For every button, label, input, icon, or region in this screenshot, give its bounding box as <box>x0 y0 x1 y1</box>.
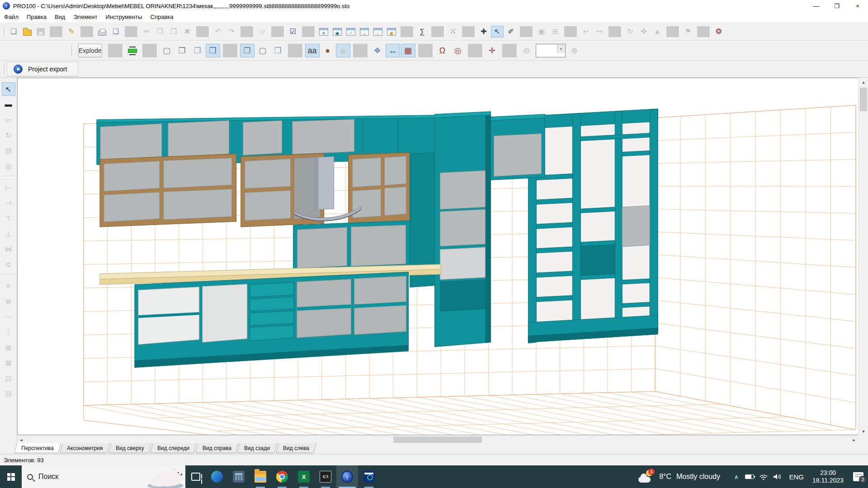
battery-icon[interactable] <box>745 474 754 479</box>
horizontal-scrollbar[interactable]: ◂ ▸ <box>17 435 858 443</box>
wifi-icon[interactable] <box>759 473 768 480</box>
wardrobe-unit[interactable] <box>528 109 658 343</box>
taskbar-planner[interactable] <box>358 465 380 488</box>
panel-preview-toggle[interactable]: ◉ <box>331 26 344 38</box>
project-export-button[interactable]: Project export <box>7 62 78 76</box>
scroll-up-button[interactable]: ▴ <box>859 78 868 86</box>
move-tool-button[interactable]: ✚ <box>477 26 490 38</box>
report-button[interactable]: ✎ <box>65 26 78 38</box>
menu-help[interactable]: Справка <box>146 12 178 22</box>
project-properties-button[interactable]: ☑ <box>287 26 299 38</box>
taskbar-cmd[interactable] <box>315 465 336 488</box>
scroll-down-button[interactable]: ▾ <box>859 427 868 435</box>
toolbar-grip[interactable] <box>3 64 4 75</box>
view-tab-front[interactable]: Вид спереди <box>150 443 197 453</box>
upper-corner-cabinet[interactable] <box>490 114 545 180</box>
panel-structure-toggle[interactable]: ≡ <box>317 26 330 38</box>
show-grid-button[interactable]: ▦ <box>401 44 415 57</box>
taskbar-chrome[interactable] <box>271 465 293 488</box>
taskbar-explorer[interactable] <box>250 465 271 488</box>
view-colors-button[interactable]: ❒ <box>190 44 205 57</box>
base-cabinets[interactable] <box>135 272 409 367</box>
view-wireframe-button[interactable]: ▢ <box>160 44 174 57</box>
view-tab-left[interactable]: Вид слева <box>276 443 316 453</box>
close-button[interactable]: × <box>847 0 868 12</box>
scroll-right-button[interactable]: ▸ <box>850 436 858 444</box>
help-wheel-button[interactable]: ❂ <box>712 26 725 38</box>
panel-elements-toggle[interactable]: ⁘ <box>344 26 357 38</box>
toolbar-grip[interactable] <box>71 45 72 56</box>
clock[interactable]: 23:00 18.11.2023 <box>812 469 844 484</box>
weather-icon[interactable]: 1 <box>638 469 654 484</box>
board-tool[interactable]: ▬ <box>2 98 15 111</box>
draw-tool-button[interactable]: ✐ <box>505 26 517 38</box>
show-labels-button[interactable]: ❖ <box>370 44 385 57</box>
view-tab-perspective[interactable]: Перспектива <box>14 443 61 453</box>
view-tab-top[interactable]: Вид сверху <box>108 443 151 453</box>
toolbar-grip[interactable] <box>3 26 4 37</box>
snap-center-button[interactable]: ◎ <box>451 44 465 57</box>
start-button[interactable] <box>0 465 22 488</box>
menu-edit[interactable]: Правка <box>23 12 51 22</box>
new-file-button[interactable]: ❏ <box>7 26 20 38</box>
snap-magnet-button[interactable]: Ω <box>435 44 450 57</box>
stamp-button: ▱ <box>256 26 269 38</box>
taskbar-excel[interactable] <box>293 465 315 488</box>
stretch-h-tool: ⊠ <box>2 356 15 370</box>
taskbar-edge[interactable] <box>206 465 228 488</box>
open-file-button[interactable] <box>21 26 33 38</box>
wood-shelf-units[interactable] <box>100 153 410 227</box>
zoom-level-combobox[interactable] <box>536 44 566 57</box>
view-tab-back[interactable]: Вид сзади <box>237 443 277 453</box>
select-rotate-tool-button[interactable]: ↖ <box>491 26 504 38</box>
view-hidden-lines-button[interactable]: ❐ <box>175 44 189 57</box>
tall-column-cabinet[interactable] <box>435 112 491 347</box>
task-view-button[interactable] <box>185 465 206 488</box>
tray-expand-chevron[interactable]: ∧ <box>734 474 739 480</box>
structure-points-button[interactable]: ⁙ <box>447 26 459 38</box>
projection-axonometry-button[interactable]: ▢ <box>255 44 270 57</box>
show-text-button[interactable]: aa <box>305 44 320 57</box>
vertical-scrollbar[interactable]: ▴ ▾ <box>858 78 868 435</box>
scroll-left-button[interactable]: ◂ <box>17 436 25 444</box>
weather-condition[interactable]: Mostly cloudy <box>676 473 720 481</box>
projection-orthogonal-button[interactable]: ❒ <box>271 44 285 57</box>
taskbar-calculator[interactable] <box>228 465 250 488</box>
projection-perspective-button[interactable]: ❐ <box>240 44 255 57</box>
origin-axes-button[interactable]: ✛ <box>485 44 500 57</box>
show-light-button[interactable]: ☼ <box>336 44 350 57</box>
summary-report-button[interactable]: ∑ <box>416 26 429 38</box>
taskbar-pro100[interactable] <box>336 465 358 488</box>
panel-dimensions-toggle[interactable]: ↔ <box>358 26 371 38</box>
search-box[interactable]: Поиск <box>22 465 185 488</box>
menu-tools[interactable]: Инструменты <box>101 12 146 22</box>
view-textures-button[interactable]: ❒ <box>206 44 220 57</box>
panel-price-toggle[interactable]: ◉ <box>385 26 398 38</box>
minimize-button[interactable]: — <box>806 0 826 12</box>
view-tab-right[interactable]: Вид справа <box>195 443 238 453</box>
viewport-3d[interactable] <box>17 78 858 435</box>
select-tool[interactable]: ↖ <box>2 82 15 96</box>
show-dimensions-button[interactable]: ↔ <box>386 44 400 57</box>
volume-icon[interactable] <box>773 473 782 480</box>
language-indicator[interactable]: ENG <box>789 473 804 481</box>
menu-element[interactable]: Элемент <box>69 12 101 22</box>
maximize-button[interactable]: ❐ <box>826 0 847 12</box>
shelf-level-button[interactable] <box>125 44 140 57</box>
explode-button[interactable]: Explode <box>78 44 102 57</box>
show-materials-button[interactable]: ● <box>321 44 335 57</box>
weather-temperature[interactable]: 8°C <box>659 473 671 481</box>
panel-light-toggle[interactable]: ☼ <box>372 26 384 38</box>
menu-file[interactable]: Файл <box>0 12 23 22</box>
vertical-scroll-thumb[interactable] <box>860 88 867 111</box>
notification-center-icon[interactable]: 2 <box>853 472 863 481</box>
paste-button: ❒ <box>167 26 180 38</box>
menu-view[interactable]: Вид <box>51 12 70 22</box>
view-tab-axonometry[interactable]: Аксонометрия <box>60 443 110 453</box>
viewport-3d-scene[interactable] <box>18 78 858 435</box>
horizontal-scroll-thumb[interactable] <box>393 436 482 443</box>
search-bear-image <box>142 465 185 488</box>
print-preview-button[interactable]: ❏ <box>109 26 122 38</box>
print-button[interactable] <box>96 26 108 38</box>
elements-count: Элементов: 93 <box>4 457 44 464</box>
